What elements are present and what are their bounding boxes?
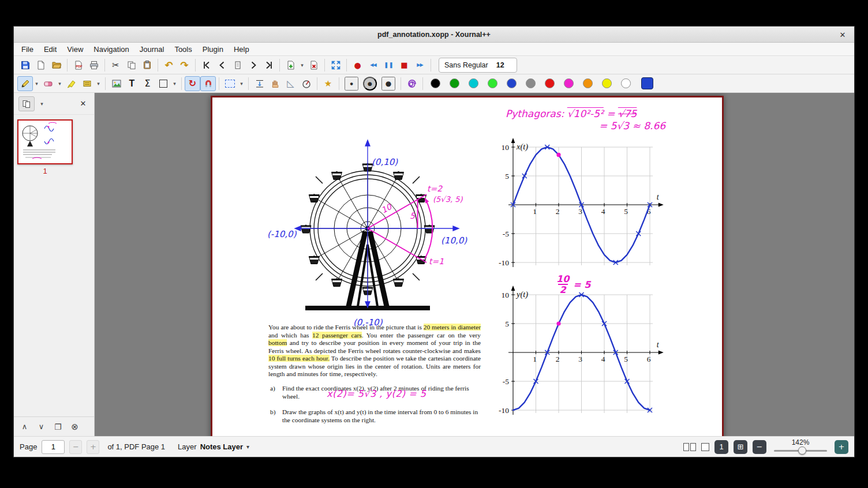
next-page-button[interactable] <box>245 58 261 73</box>
new-page-after-button[interactable] <box>283 58 298 73</box>
new-page-dropdown[interactable]: ▾ <box>298 58 306 73</box>
export-pdf-button[interactable]: PDF <box>70 58 86 73</box>
image-tool-button[interactable] <box>108 76 124 91</box>
tex-tool-button[interactable]: Σ <box>140 76 155 91</box>
previous-page-button[interactable] <box>214 58 230 73</box>
redo-button[interactable]: ↷ <box>177 58 192 73</box>
font-selector[interactable]: Sans Regular 12 <box>439 58 517 73</box>
problem-text-block: You are about to ride the Ferris wheel i… <box>268 324 481 424</box>
rect-select-tool-button[interactable] <box>222 76 238 91</box>
separator <box>219 77 219 90</box>
color-magenta[interactable] <box>564 78 574 88</box>
svg-text:2: 2 <box>556 207 560 216</box>
record-button[interactable]: ● <box>350 58 365 73</box>
size-fine-button[interactable]: ● <box>345 77 358 91</box>
print-button[interactable] <box>86 58 102 73</box>
color-orange[interactable] <box>583 78 593 88</box>
color-yellow[interactable] <box>602 78 612 88</box>
highlighter-icon <box>66 78 77 89</box>
move-page-up-button[interactable]: ∧ <box>17 420 32 434</box>
zoom-slider[interactable] <box>774 446 827 455</box>
preview-pane-button[interactable] <box>18 96 35 111</box>
copy-button[interactable] <box>124 58 139 73</box>
spline-tool-button[interactable] <box>404 76 420 91</box>
sidebar-dropdown[interactable]: ▾ <box>38 96 46 111</box>
new-document-button[interactable] <box>33 58 48 73</box>
cut-button[interactable]: ✂ <box>108 58 124 73</box>
shape-recognizer-toggle[interactable]: ↻ <box>185 76 200 91</box>
vertical-space-tool-button[interactable] <box>252 76 267 91</box>
sidebar-close-button[interactable]: ✕ <box>77 99 89 108</box>
color-red[interactable] <box>545 78 555 88</box>
move-page-down-button[interactable]: ∨ <box>34 420 48 434</box>
shape-options-dropdown[interactable]: ▾ <box>171 76 178 91</box>
goto-page-button[interactable] <box>230 58 245 73</box>
last-page-button[interactable] <box>261 58 276 73</box>
paste-button[interactable] <box>139 58 155 73</box>
size-medium-button[interactable]: ● <box>363 77 377 91</box>
compass-tool-button[interactable] <box>298 76 314 91</box>
menu-navigation[interactable]: Navigation <box>88 44 134 55</box>
forward-button[interactable]: ▶▶ <box>412 58 428 73</box>
color-light-green[interactable] <box>488 78 497 88</box>
delete-page-sidebar-button[interactable]: ⊗ <box>68 420 82 434</box>
dual-page-view-button[interactable] <box>683 443 696 451</box>
eraser-options-dropdown[interactable]: ▾ <box>56 76 63 91</box>
color-black[interactable] <box>431 78 440 88</box>
page-number-input[interactable] <box>42 440 65 454</box>
star-tool-button[interactable]: ★ <box>320 76 336 91</box>
page-thumbnail[interactable] <box>17 119 73 164</box>
snapping-toggle[interactable] <box>200 76 216 91</box>
save-button[interactable] <box>17 58 33 73</box>
undo-button[interactable]: ↶ <box>161 58 177 73</box>
menu-view[interactable]: View <box>62 44 88 55</box>
pdf-page[interactable]: (0,10) (-10,0) (10,0) (0,-10) t=2 (5√3, … <box>211 96 724 436</box>
separator <box>324 59 325 72</box>
menu-journal[interactable]: Journal <box>134 44 170 55</box>
open-button[interactable] <box>48 58 64 73</box>
color-gray[interactable] <box>526 78 536 88</box>
color-cyan[interactable] <box>469 78 478 88</box>
document-canvas[interactable]: (0,10) (-10,0) (10,0) (0,-10) t=2 (5√3, … <box>95 93 854 436</box>
text-tool-button[interactable]: T <box>124 76 140 91</box>
menu-help[interactable]: Help <box>229 44 255 55</box>
color-chooser-button[interactable] <box>641 77 653 89</box>
zoom-slider-thumb[interactable] <box>798 446 806 455</box>
separator <box>422 77 423 90</box>
rewind-button[interactable]: ◀◀ <box>365 58 381 73</box>
select-options-dropdown[interactable]: ▾ <box>238 76 245 91</box>
duplicate-page-button[interactable]: ❐ <box>51 420 65 434</box>
hand-tool-button[interactable] <box>267 76 283 91</box>
delete-page-button[interactable] <box>306 58 321 73</box>
menu-tools[interactable]: Tools <box>169 44 197 55</box>
color-blue[interactable] <box>507 78 517 88</box>
window-close-button[interactable]: ✕ <box>837 29 848 40</box>
shape-tool-button[interactable] <box>155 76 171 91</box>
color-green[interactable] <box>450 78 459 88</box>
size-thick-button[interactable]: ● <box>381 77 395 91</box>
pages-per-row-button[interactable]: 1 <box>714 440 728 454</box>
setsquare-tool-button[interactable]: ◺ <box>283 76 298 91</box>
layer-selector[interactable]: Layer Notes Layer ▾ <box>178 442 249 451</box>
menu-edit[interactable]: Edit <box>39 44 62 55</box>
fullscreen-button[interactable] <box>328 58 343 73</box>
eraser-tool-button[interactable] <box>40 76 56 91</box>
page-increment-button[interactable]: + <box>87 440 99 454</box>
zoom-in-button[interactable]: + <box>835 440 848 454</box>
first-page-button[interactable] <box>199 58 214 73</box>
page-decrement-button[interactable]: − <box>69 440 82 454</box>
zoom-fit-button[interactable]: ⊞ <box>734 440 747 454</box>
menu-file[interactable]: File <box>16 44 39 55</box>
stop-button[interactable]: ■ <box>396 58 412 73</box>
single-page-view-button[interactable] <box>701 443 709 451</box>
zoom-out-button[interactable]: − <box>753 440 766 454</box>
highlighter-tool-button[interactable] <box>63 76 79 91</box>
svg-text:5: 5 <box>505 172 509 181</box>
color-white[interactable] <box>621 78 631 88</box>
pause-button[interactable]: ❚❚ <box>381 58 396 73</box>
pen-options-dropdown[interactable]: ▾ <box>33 76 40 91</box>
select-pdf-text-tool-button[interactable] <box>79 76 95 91</box>
pdf-text-options-dropdown[interactable]: ▾ <box>95 76 102 91</box>
menu-plugin[interactable]: Plugin <box>197 44 229 55</box>
pen-tool-button[interactable] <box>17 76 33 91</box>
